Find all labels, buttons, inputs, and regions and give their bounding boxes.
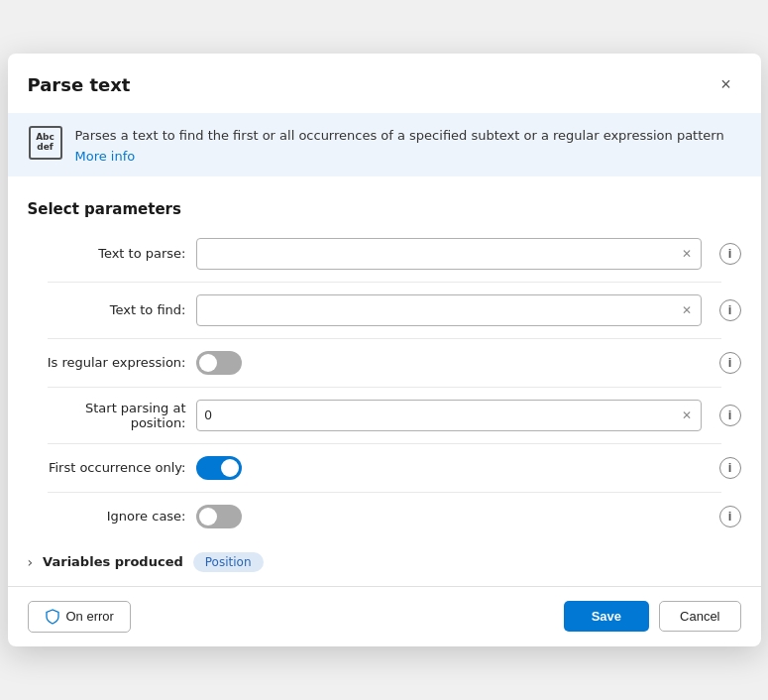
text-to-parse-input[interactable] [196, 238, 702, 270]
param-label-start-position: Start parsing at position: [28, 401, 186, 430]
variables-row: › Variables produced Position [28, 538, 741, 582]
section-label: Select parameters [8, 184, 761, 228]
ignore-case-info-btn[interactable]: i [719, 506, 741, 527]
abc-icon: Abc def [28, 125, 63, 161]
text-to-find-info-btn[interactable]: i [719, 299, 741, 321]
start-position-input[interactable] [196, 400, 702, 431]
parse-text-dialog: Parse text × Abc def Parses a text to fi… [8, 54, 761, 646]
variable-badge-position: Position [193, 552, 264, 572]
text-to-find-input[interactable] [196, 294, 702, 326]
ignore-case-toggle[interactable] [196, 505, 242, 528]
param-row-ignore-case: Ignore case: i [28, 495, 741, 538]
start-position-clear-btn[interactable]: ✕ [678, 407, 696, 424]
divider-1 [48, 282, 721, 283]
close-button[interactable]: × [712, 69, 741, 99]
dialog-footer: On error Save Cancel [8, 586, 761, 646]
param-row-start-position: Start parsing at position: ✕ i [28, 390, 741, 441]
text-to-find-clear-btn[interactable]: ✕ [678, 301, 696, 319]
first-occurrence-toggle[interactable] [196, 456, 242, 480]
param-label-ignore-case: Ignore case: [28, 509, 186, 524]
start-position-info-btn[interactable]: i [719, 405, 741, 426]
dialog-title: Parse text [28, 74, 131, 95]
text-to-parse-info-btn[interactable]: i [719, 243, 741, 265]
param-label-is-regex: Is regular expression: [28, 355, 186, 370]
is-regex-slider [196, 351, 242, 375]
param-row-text-to-parse: Text to parse: ✕ i [28, 228, 741, 280]
is-regex-info-btn[interactable]: i [719, 352, 741, 374]
info-banner: Abc def Parses a text to find the first … [8, 113, 761, 176]
title-bar: Parse text × [8, 54, 761, 113]
param-row-is-regex: Is regular expression: i [28, 341, 741, 385]
on-error-button[interactable]: On error [28, 601, 131, 633]
text-to-parse-clear-btn[interactable]: ✕ [678, 245, 696, 263]
divider-2 [48, 338, 721, 339]
param-row-text-to-find: Text to find: ✕ i [28, 285, 741, 336]
first-occurrence-info-btn[interactable]: i [719, 457, 741, 479]
divider-5 [48, 492, 721, 493]
param-row-first-occurrence: First occurrence only: i [28, 446, 741, 490]
param-label-text-to-find: Text to find: [28, 302, 186, 317]
variables-chevron-icon[interactable]: › [28, 554, 34, 570]
cancel-button[interactable]: Cancel [659, 601, 740, 632]
more-info-link[interactable]: More info [75, 149, 136, 164]
param-label-first-occurrence: First occurrence only: [28, 460, 186, 475]
banner-description: Parses a text to find the first or all o… [75, 128, 724, 143]
is-regex-toggle[interactable] [196, 351, 242, 375]
divider-4 [48, 443, 721, 444]
first-occurrence-slider [196, 456, 242, 480]
divider-3 [48, 387, 721, 388]
param-label-text-to-parse: Text to parse: [28, 246, 186, 261]
ignore-case-slider [196, 505, 242, 528]
params-area: Text to parse: ✕ i Text to find: ✕ i [8, 228, 761, 582]
save-button[interactable]: Save [564, 601, 649, 632]
shield-icon [45, 609, 60, 625]
variables-label: Variables produced [43, 554, 183, 569]
